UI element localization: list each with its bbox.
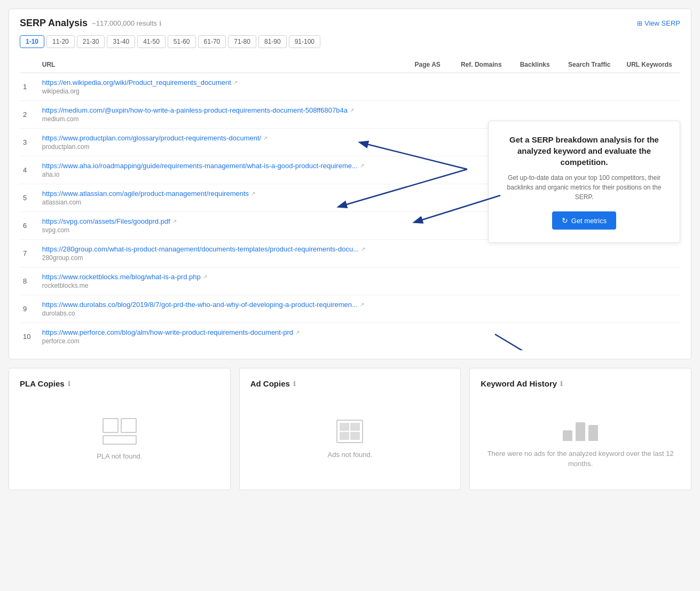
ref-domains-cell [453, 295, 509, 323]
url-link[interactable]: https://www.atlassian.com/agile/product-… [42, 190, 399, 198]
ref-domains-cell [453, 73, 509, 101]
domain-label: rocketblocks.me [42, 282, 399, 289]
keyword-ad-empty-text: There were no ads for the analyzed keywo… [481, 448, 680, 469]
url-link[interactable]: https://medium.com/@uxpin/how-to-write-a… [42, 106, 399, 114]
table-header-row: URL Page AS Ref. Domains Backlinks Searc… [20, 57, 680, 73]
url-link[interactable]: https://en.wikipedia.org/wiki/Product_re… [42, 78, 399, 86]
domain-label: perforce.com [42, 337, 399, 345]
url-link[interactable]: https://www.durolabs.co/blog/2019/8/7/go… [42, 301, 399, 309]
pla-copies-title: PLA Copies ℹ [20, 379, 219, 388]
serp-info-icon: ℹ [159, 20, 162, 27]
page-tab-91-100[interactable]: 91-100 [289, 35, 320, 48]
url-link[interactable]: https://280group.com/what-is-product-man… [42, 245, 399, 253]
col-backlinks: Backlinks [509, 57, 560, 73]
serp-title-group: SERP Analysis ~117,000,000 results ℹ [20, 18, 162, 29]
serp-body: URL Page AS Ref. Domains Backlinks Searc… [20, 57, 680, 350]
serp-header: SERP Analysis ~117,000,000 results ℹ ⊞ V… [20, 18, 680, 29]
domain-label: productplan.com [42, 143, 399, 151]
keyword-ad-history-card: Keyword Ad History ℹ There were no ads f… [469, 368, 691, 490]
page-as-cell [402, 295, 453, 323]
url-cell: https://medium.com/@uxpin/how-to-write-a… [39, 101, 402, 129]
page-tab-41-50[interactable]: 41-50 [137, 35, 166, 48]
url-cell: https://280group.com/what-is-product-man… [39, 240, 402, 267]
url-link[interactable]: https://www.productplan.com/glossary/pro… [42, 134, 399, 142]
url-link[interactable]: https://svpg.com/assets/Files/goodprd.pd… [42, 217, 399, 225]
page-tab-1-10[interactable]: 1-10 [20, 35, 44, 48]
rank-cell: 1 [20, 73, 39, 101]
pla-placeholder-icon [103, 418, 137, 445]
pla-empty-text: PLA not found. [97, 452, 142, 460]
view-serp-grid-icon: ⊞ [637, 20, 642, 27]
external-link-icon: ↗ [361, 246, 365, 252]
bottom-sections: PLA Copies ℹ PLA not found. Ad Copies [9, 368, 691, 490]
url-keywords-cell [618, 295, 680, 323]
ad-cell-4 [350, 432, 360, 440]
keyword-ad-history-title: Keyword Ad History ℹ [481, 379, 680, 388]
ad-placeholder-icon [336, 420, 363, 443]
external-link-icon: ↗ [295, 329, 300, 335]
external-link-icon: ↗ [233, 80, 238, 85]
domain-label: atlassian.com [42, 199, 399, 206]
url-link[interactable]: https://www.rocketblocks.me/blog/what-is… [42, 273, 399, 281]
table-row: 1 https://en.wikipedia.org/wiki/Product_… [20, 73, 680, 101]
page-as-cell [402, 101, 453, 129]
rank-cell: 6 [20, 212, 39, 240]
domain-label: 280group.com [42, 254, 399, 262]
url-keywords-cell [618, 267, 680, 295]
url-cell: https://svpg.com/assets/Files/goodprd.pd… [39, 212, 402, 240]
table-row: 7 https://280group.com/what-is-product-m… [20, 240, 680, 267]
url-cell: https://en.wikipedia.org/wiki/Product_re… [39, 73, 402, 101]
hist-bar-3 [588, 425, 598, 441]
page-tab-51-60[interactable]: 51-60 [168, 35, 196, 48]
external-link-icon: ↗ [360, 302, 364, 308]
page-tab-81-90[interactable]: 81-90 [258, 35, 287, 48]
col-page-as: Page AS [402, 57, 453, 73]
pla-info-icon: ℹ [68, 380, 70, 388]
backlinks-cell [509, 240, 560, 267]
url-link[interactable]: https://www.aha.io/roadmapping/guide/req… [42, 162, 399, 170]
page-tab-21-30[interactable]: 21-30 [77, 35, 105, 48]
get-metrics-label: Get metrics [571, 217, 607, 225]
refresh-icon: ↻ [562, 216, 568, 225]
search-traffic-cell [560, 73, 618, 101]
domain-label: medium.com [42, 115, 399, 123]
page-tab-71-80[interactable]: 71-80 [228, 35, 256, 48]
metrics-panel: Get a SERP breakdown analysis for the an… [488, 121, 680, 243]
serp-analysis-title: SERP Analysis [20, 18, 88, 29]
ref-domains-cell [453, 240, 509, 267]
url-cell: https://www.rocketblocks.me/blog/what-is… [39, 267, 402, 295]
rank-cell: 8 [20, 267, 39, 295]
external-link-icon: ↗ [203, 274, 207, 280]
url-cell: https://www.durolabs.co/blog/2019/8/7/go… [39, 295, 402, 323]
page-as-cell [402, 212, 453, 240]
view-serp-link[interactable]: ⊞ View SERP [637, 19, 680, 27]
page-as-cell [402, 184, 453, 212]
page-tab-61-70[interactable]: 61-70 [198, 35, 226, 48]
url-cell: https://www.perforce.com/blog/alm/how-wr… [39, 323, 402, 351]
ad-card-body: Ads not found. [250, 399, 450, 479]
page-tab-31-40[interactable]: 31-40 [107, 35, 135, 48]
url-link[interactable]: https://www.perforce.com/blog/alm/how-wr… [42, 328, 399, 336]
search-traffic-cell [560, 240, 618, 267]
serp-analysis-section: SERP Analysis ~117,000,000 results ℹ ⊞ V… [9, 9, 691, 359]
get-metrics-button[interactable]: ↻ Get metrics [552, 211, 616, 230]
pla-box-1 [103, 418, 119, 433]
hist-bar-2 [576, 422, 585, 441]
url-keywords-cell [618, 323, 680, 351]
ad-cell-2 [350, 423, 360, 431]
metrics-panel-desc: Get up-to-date data on your top 100 comp… [499, 173, 669, 202]
url-cell: https://www.productplan.com/glossary/pro… [39, 129, 402, 156]
external-link-icon: ↗ [350, 107, 354, 113]
external-link-icon: ↗ [251, 191, 255, 196]
domain-label: svpg.com [42, 226, 399, 234]
page-as-cell [402, 73, 453, 101]
col-rank [20, 57, 39, 73]
search-traffic-cell [560, 267, 618, 295]
col-url: URL [39, 57, 402, 73]
pla-box-2 [121, 418, 137, 433]
page-tab-11-20[interactable]: 11-20 [46, 35, 75, 48]
domain-label: wikipedia.org [42, 88, 399, 95]
metrics-panel-title: Get a SERP breakdown analysis for the an… [499, 134, 669, 168]
keyword-ad-info-icon: ℹ [560, 380, 563, 388]
pagination-tabs: 1-10 11-20 21-30 31-40 41-50 51-60 61-70… [20, 35, 680, 48]
